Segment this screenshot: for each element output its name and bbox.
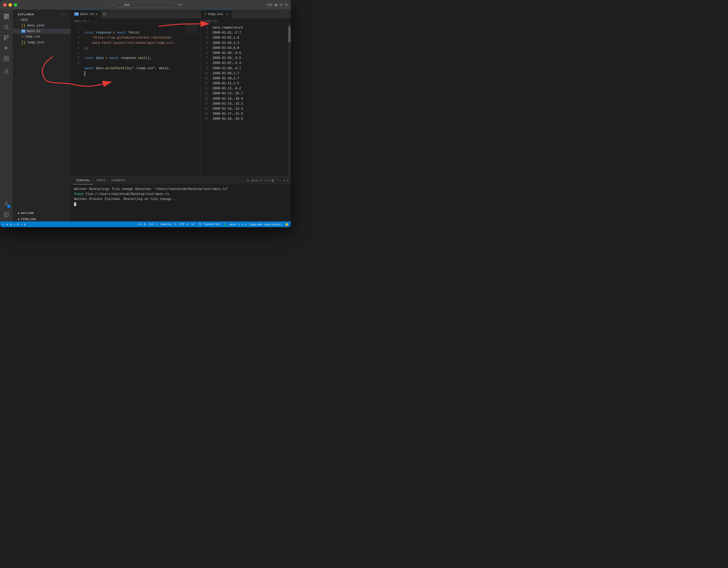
terminal-tab-terminal[interactable]: TERMINAL — [73, 177, 93, 185]
terminal-shell-name: deno — [251, 179, 259, 183]
layout-icon-1[interactable]: ⊟⊠ — [267, 2, 272, 7]
csv-lines[interactable]: date,temperature2000-01-01,-2.72000-01-0… — [210, 24, 288, 177]
status-encoding[interactable]: UTF-8 — [179, 223, 188, 226]
browser-icon: ⊞▾ — [178, 3, 182, 7]
status-remote-button[interactable]: ✕ — [2, 223, 4, 226]
tab-ts-icon: TS — [74, 12, 79, 16]
svg-rect-1 — [7, 14, 8, 16]
code-line-7 — [85, 61, 86, 65]
tab-temp-csv-close[interactable]: ✕ — [226, 12, 228, 16]
terminal-collapse-button[interactable]: ∧ — [283, 179, 285, 183]
tab-temp-csv[interactable]: ≡ temp.csv ✕ — [201, 10, 232, 19]
search-input[interactable] — [117, 2, 175, 8]
line-num-8: 8 — [71, 61, 79, 66]
csv-line-num-12: 12 — [201, 81, 208, 86]
layout-icon-2[interactable]: ▣ — [275, 2, 277, 7]
csv-row-17: 2000-01-16,-12.3 — [213, 107, 286, 112]
json-icon: {} — [21, 24, 26, 28]
terminal-body[interactable]: Watcher Restarting! File change detected… — [71, 185, 291, 222]
titlebar: ← → ⌕ ⊞▾ ⊟⊠ ▣ ⊟ ⊠ — [0, 0, 291, 10]
activity-icon-run-debug[interactable] — [2, 43, 11, 53]
status-deno-text: 🦕 Deno 2.1.6 (Upgrade available) — [224, 223, 282, 226]
activity-icon-extensions[interactable] — [2, 54, 11, 63]
csv-editor-more[interactable]: ··· — [279, 10, 291, 19]
svg-rect-0 — [4, 14, 6, 17]
folder-chevron: ▾ — [18, 19, 20, 22]
activity-icon-search[interactable] — [2, 22, 11, 32]
code-line-2: "https://raw.githubusercontent.com/nshia… — [85, 36, 172, 40]
terminal-split-button[interactable]: ⊟ — [268, 179, 270, 183]
status-notifications[interactable]: 🔔 — [285, 223, 289, 226]
terminal-watcher-prefix: Watcher — [74, 187, 89, 191]
status-position[interactable]: Ln 8, Col 1 — [138, 223, 158, 226]
status-language[interactable]: {} TypeScript — [198, 223, 221, 226]
svg-rect-10 — [4, 56, 6, 58]
forward-arrow[interactable]: → — [112, 2, 115, 7]
tab-main-ts-close[interactable]: ✕ — [95, 12, 97, 16]
terminal-add-button[interactable]: + — [260, 178, 263, 183]
csv-row-12: 2000-01-11,2.5 — [213, 81, 286, 86]
terminal-close-button[interactable]: ✕ — [287, 179, 289, 183]
terminal-kill-button[interactable]: 🗑 — [271, 179, 274, 183]
terminal-shell-icon: ⊡ — [247, 179, 249, 183]
minimap — [185, 24, 201, 177]
activity-icon-explorer[interactable] — [2, 12, 11, 21]
status-errors-button[interactable]: ⊗ 0 △ 0 ⚡ 0 — [7, 223, 26, 226]
csv-editor: ≡ temp.csv ✕ ··· temp.csv 1 2 3 — [201, 10, 291, 177]
tab-temp-csv-label: temp.csv — [208, 12, 223, 16]
sidebar-more-button[interactable]: ··· — [59, 12, 67, 17]
status-deno[interactable]: 🦕 Deno 2.1.6 (Upgrade available) — [224, 223, 282, 226]
editor-more-button[interactable]: ⊟ — [101, 10, 108, 19]
code-line-6: const data = await response.text(); — [85, 56, 151, 60]
layout-icon-4[interactable]: ⊠ — [285, 2, 288, 7]
file-item-deno-json[interactable]: {} deno.json — [13, 23, 71, 29]
csv-row-11: 2000-01-10,2.7 — [213, 76, 286, 81]
file-item-temp-json[interactable]: {} temp.json — [13, 40, 71, 45]
terminal-tab-comments[interactable]: COMMENTS — [108, 177, 129, 185]
svg-rect-13 — [7, 59, 9, 61]
account-badge: 1 — [7, 205, 11, 208]
csv-breadcrumb: temp.csv — [201, 19, 291, 24]
layout-icon-3[interactable]: ⊟ — [280, 2, 283, 7]
status-encoding-text: UTF-8 — [179, 223, 188, 226]
file-item-temp-csv[interactable]: ≡ temp.csv — [13, 34, 71, 40]
csv-scrollbar[interactable] — [288, 24, 291, 177]
status-spaces-text: Spaces: 4 — [161, 223, 176, 226]
status-eol-text: LF — [191, 223, 195, 226]
terminal-tab-ports[interactable]: PORTS — [93, 177, 108, 185]
code-lines[interactable]: const response = await fetch( "https://r… — [81, 24, 185, 177]
terminal-line-4 — [74, 202, 288, 207]
folder-item-test[interactable]: ▾ TEST — [13, 18, 71, 23]
activity-icon-settings[interactable] — [2, 210, 11, 219]
csv-line-num-8: 8 — [201, 61, 208, 66]
status-eol[interactable]: LF — [191, 223, 195, 226]
activity-icon-source-control[interactable] — [2, 33, 11, 42]
svg-line-5 — [7, 28, 9, 29]
csv-row-2: 2000-01-01,-2.7 — [213, 30, 286, 35]
back-arrow[interactable]: ← — [109, 2, 111, 7]
activity-icon-account[interactable]: 1 — [2, 199, 11, 209]
minimize-button[interactable] — [8, 3, 12, 7]
tab-main-ts[interactable]: TS main.ts ✕ — [71, 10, 101, 19]
timeline-chevron-icon: ▶ — [18, 218, 20, 221]
csv-icon: ≡ — [21, 35, 23, 39]
terminal-more-button[interactable]: ··· — [276, 179, 282, 183]
csv-line-num-2: 2 — [201, 30, 208, 35]
csv-row-3: 2000-01-02,1.8 — [213, 35, 286, 40]
csv-line-num-9: 9 — [201, 66, 208, 71]
code-content: 1 2 3 4 5 6 7 8 const response = await f… — [71, 24, 201, 177]
sidebar-section-timeline[interactable]: ▶ TIMELINE — [13, 217, 71, 222]
csv-row-9: 2000-01-08,-4.7 — [213, 66, 286, 71]
status-spaces[interactable]: Spaces: 4 — [161, 223, 176, 226]
editor-area: TS main.ts ✕ ⊟ main.ts > ... 1 2 3 — [71, 10, 291, 222]
sidebar-section-outline[interactable]: ▶ OUTLINE — [13, 211, 71, 215]
csv-line-num-1: 1 — [201, 25, 208, 30]
file-item-main-ts[interactable]: TS main.ts — [13, 29, 71, 34]
maximize-button[interactable] — [14, 3, 17, 7]
activity-icon-testing[interactable] — [2, 67, 11, 76]
status-bar: ✕ ⊗ 0 △ 0 ⚡ 0 Ln 8, Col 1 Spaces: 4 UTF-… — [0, 222, 291, 227]
terminal-dropdown-button[interactable]: ▾ — [264, 179, 266, 183]
svg-point-7 — [7, 35, 9, 37]
close-button[interactable] — [3, 3, 7, 7]
activity-bar: 1 — [0, 10, 13, 222]
